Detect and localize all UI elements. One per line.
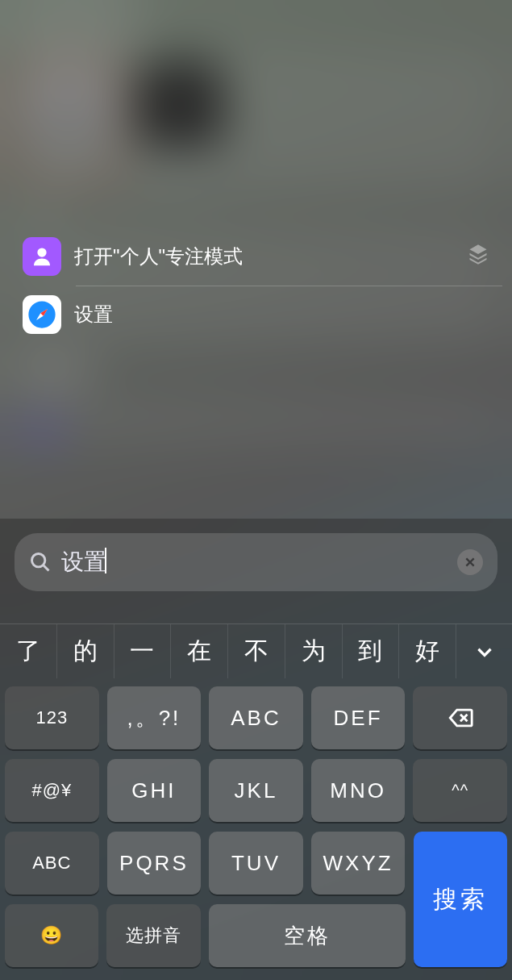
key-def[interactable]: DEF xyxy=(311,686,406,749)
key-tone[interactable]: ^^ xyxy=(413,759,507,822)
backspace-icon xyxy=(447,704,474,732)
key-space[interactable]: 空格 xyxy=(209,904,406,967)
key-punctuation[interactable]: ,。?! xyxy=(107,686,202,749)
stack-icon xyxy=(467,243,489,270)
siri-suggestion-label: 打开"个人"专注模式 xyxy=(74,244,243,269)
candidate-char[interactable]: 到 xyxy=(342,624,399,678)
svg-point-22 xyxy=(37,248,46,256)
key-backspace[interactable] xyxy=(413,686,507,749)
key-mno[interactable]: MNO xyxy=(311,759,406,822)
close-icon xyxy=(464,556,477,569)
search-input[interactable]: 设置 xyxy=(61,547,447,578)
siri-suggestion-settings[interactable]: 设置 xyxy=(10,286,502,344)
candidate-bar: 了 的 一 在 不 为 到 好 xyxy=(0,623,512,678)
siri-suggestion-focus-mode[interactable]: 打开"个人"专注模式 xyxy=(10,227,502,286)
keyboard: 123 ,。?! ABC DEF #@¥ GHI JKL MNO ^^ ABC … xyxy=(0,678,512,980)
keyboard-and-search-area: 设置 了 的 一 在 不 为 到 好 123 ,。?! ABC DEF xyxy=(0,519,512,980)
search-icon xyxy=(29,551,52,573)
svg-point-27 xyxy=(32,554,45,567)
key-tuv[interactable]: TUV xyxy=(209,832,303,895)
svg-line-28 xyxy=(44,565,49,571)
key-abc-switch[interactable]: ABC xyxy=(5,832,99,895)
key-abc[interactable]: ABC xyxy=(209,686,303,749)
safari-icon xyxy=(23,295,61,334)
expand-candidates-button[interactable] xyxy=(456,624,512,678)
candidate-char[interactable]: 在 xyxy=(170,624,227,678)
key-search[interactable]: 搜索 xyxy=(414,832,507,967)
key-symbols[interactable]: #@¥ xyxy=(5,759,99,822)
key-wxyz[interactable]: WXYZ xyxy=(311,832,406,895)
key-switch-pinyin[interactable]: 选拼音 xyxy=(106,904,200,967)
key-emoji[interactable]: 😀 xyxy=(5,904,98,967)
chevron-down-icon xyxy=(474,641,495,662)
candidate-char[interactable]: 了 xyxy=(0,624,56,678)
candidate-char[interactable]: 不 xyxy=(227,624,285,678)
candidate-char[interactable]: 好 xyxy=(398,624,456,678)
clear-search-button[interactable] xyxy=(457,549,483,575)
search-field[interactable]: 设置 xyxy=(15,533,497,591)
text-caret xyxy=(105,548,106,573)
key-jkl[interactable]: JKL xyxy=(209,759,303,822)
key-pqrs[interactable]: PQRS xyxy=(107,832,202,895)
candidate-char[interactable]: 为 xyxy=(285,624,342,678)
key-123[interactable]: 123 xyxy=(5,686,99,749)
candidate-char[interactable]: 一 xyxy=(114,624,171,678)
candidate-char[interactable]: 的 xyxy=(56,624,114,678)
person-icon xyxy=(23,237,61,276)
key-ghi[interactable]: GHI xyxy=(107,759,202,822)
siri-suggestion-label: 设置 xyxy=(74,302,113,327)
